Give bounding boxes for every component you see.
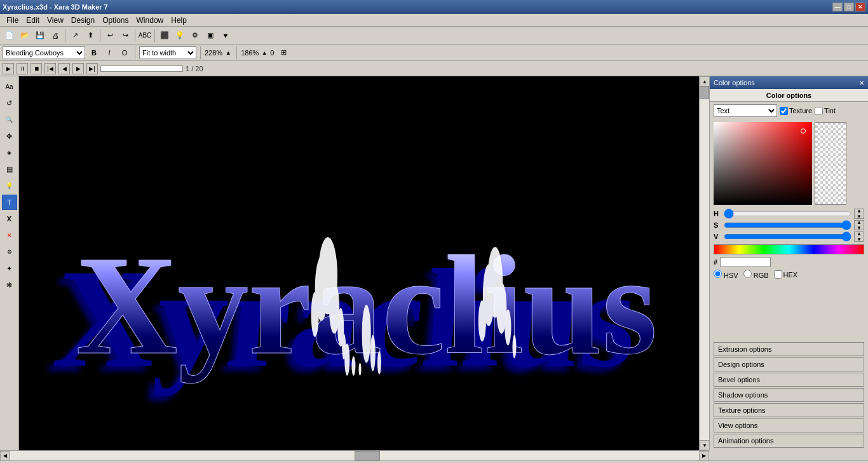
canvas-v-scrollbar[interactable]: ▲ ▼ [699,76,709,450]
spellcheck-button[interactable]: ABC [138,29,152,43]
prev-frame-button[interactable]: ◀ [58,63,70,74]
tool-x1[interactable]: X [2,211,17,226]
h-spinner[interactable]: ▲▼ [854,209,864,219]
view-button[interactable]: ▣ [203,29,217,43]
next-frame-button[interactable]: ▶ [72,63,84,74]
animation-progress[interactable] [100,66,183,72]
rgb-radio[interactable] [743,270,752,278]
h-slider[interactable] [724,209,851,218]
bevel-options-button[interactable]: Bevel options [714,373,864,387]
title-bar-controls[interactable]: — □ ✕ [832,3,865,11]
panel-header: Color options ✕ [710,76,868,89]
pause-button[interactable]: ⏸ [17,63,28,74]
v-scroll-up[interactable]: ▲ [700,76,710,86]
menu-edit[interactable]: Edit [22,15,43,26]
more-button[interactable]: ▼ [219,29,233,43]
view-options-button[interactable]: View options [714,418,864,432]
close-button[interactable]: ✕ [855,3,865,11]
play-button[interactable]: ▶ [3,63,14,74]
fit-btn[interactable]: ⊞ [276,46,290,60]
texture-options-button[interactable]: Texture options [714,403,864,417]
tool-gear[interactable]: ⚙ [2,244,17,259]
h-scroll-thumb[interactable] [355,451,380,460]
bold-button[interactable]: B [88,46,100,59]
h-label: H [714,210,721,218]
color-type-select[interactable]: Text Extrusion Shadow Background [714,104,777,117]
v-scroll-down[interactable]: ▼ [700,440,710,450]
stop-button[interactable]: ⏹ [31,63,42,74]
minimize-button[interactable]: — [832,3,843,11]
rainbow-bar[interactable] [714,244,864,254]
hash-input[interactable] [720,257,771,267]
zoom-btn[interactable]: ▲ [224,46,233,60]
view-percent: 186% [241,49,259,57]
shadow-options-button[interactable]: Shadow options [714,388,864,402]
open-button[interactable]: 📂 [18,29,32,43]
maximize-button[interactable]: □ [844,3,854,11]
tool-star[interactable]: ✦ [2,261,17,276]
light-tool-button[interactable]: 💡 [2,178,17,193]
rotate-tool-button[interactable]: ↺ [2,95,17,111]
outline-button[interactable]: O [118,46,131,59]
menu-view[interactable]: View [43,15,67,26]
texture-checkbox-label[interactable]: Texture [780,107,812,115]
menu-options[interactable]: Options [98,15,132,26]
export-button[interactable]: ↗ [68,29,82,43]
print-button[interactable]: 🖨 [48,29,62,43]
last-frame-button[interactable]: ▶| [86,63,98,74]
h-scroll-right[interactable]: ▶ [699,451,709,461]
zoom-tool-button[interactable]: 🔍 [2,112,17,127]
animation-options-button[interactable]: Animation options [714,434,864,448]
hsv-radio[interactable] [714,270,722,278]
tool-x2[interactable]: ✕ [2,228,17,243]
color-picker-area [714,122,864,205]
h-scroll-left[interactable]: ◀ [0,451,10,461]
main-area: Aa ↺ 🔍 ✥ ◈ ▤ 💡 T X ✕ ⚙ ✦ ❋ [0,76,868,450]
hsv-radio-label[interactable]: HSV [714,270,738,279]
first-frame-button[interactable]: |◀ [44,63,56,74]
v-scroll-track[interactable] [700,86,709,440]
h-scroll-track[interactable] [10,451,699,460]
italic-button[interactable]: I [103,46,116,59]
panel-close-button[interactable]: ✕ [859,79,864,86]
menu-window[interactable]: Window [133,15,168,26]
color-tool-button[interactable]: ◈ [2,145,17,160]
texture-tool-button[interactable]: T [2,195,17,210]
pan-tool-button[interactable]: ✥ [2,128,17,144]
save-button[interactable]: 💾 [33,29,47,43]
menu-help[interactable]: Help [167,15,191,26]
v-slider[interactable] [724,232,851,241]
menu-file[interactable]: File [3,15,22,26]
s-spinner[interactable]: ▲▼ [854,220,864,230]
v-scroll-thumb[interactable] [700,86,709,99]
status-bar: 1057 × 561 0° : 9,8° : 1,8° [0,460,868,463]
redo-button[interactable]: ↪ [118,29,132,43]
font-select[interactable]: Bleeding Cowboys [3,46,85,59]
extrusion-options-button[interactable]: Extrusion options [714,342,864,356]
shadow-tool-button[interactable]: ▤ [2,162,17,177]
design-options-button[interactable]: Design options [714,357,864,371]
color-controls: Text Extrusion Shadow Background Texture… [710,102,868,120]
texture-checkbox[interactable] [780,107,788,115]
tool-flower[interactable]: ❋ [2,277,17,293]
v-spinner[interactable]: ▲▼ [854,232,864,242]
menu-design[interactable]: Design [67,15,98,26]
animation-bar: ▶ ⏸ ⏹ |◀ ◀ ▶ ▶| 1 / 20 [0,61,868,76]
color-gradient[interactable] [714,122,812,205]
settings-button[interactable]: ⚙ [188,29,202,43]
new-button[interactable]: 📄 [3,29,17,43]
hex-checkbox[interactable] [774,270,782,279]
export2-button[interactable]: ⬆ [83,29,97,43]
align-left-button[interactable]: ⬛ [158,29,172,43]
s-slider[interactable] [724,221,851,230]
rgb-radio-label[interactable]: RGB [743,270,769,279]
select-tool-button[interactable]: Aa [2,79,17,94]
quality-button[interactable]: 💡 [173,29,187,43]
view-zoom-btn[interactable]: ▲ [260,46,269,60]
color-picker-dot [801,128,806,134]
hex-checkbox-label[interactable]: HEX [774,270,798,279]
tint-checkbox[interactable] [815,107,823,115]
fit-select[interactable]: Fit to width [139,46,196,59]
tint-checkbox-label[interactable]: Tint [815,107,836,115]
undo-button[interactable]: ↩ [103,29,117,43]
